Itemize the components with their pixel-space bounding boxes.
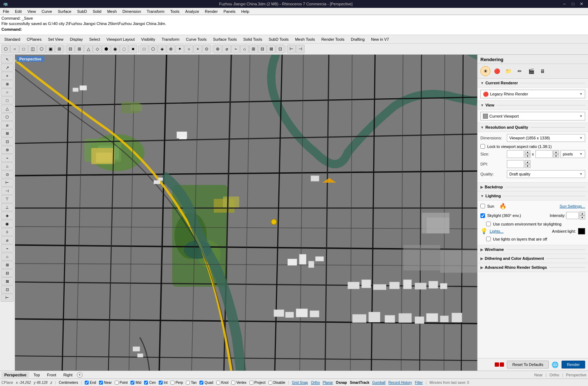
toolbar-icon-14[interactable]: ■	[129, 45, 137, 53]
tab-curve-tools[interactable]: Curve Tools	[183, 36, 209, 42]
toolbar-icon-7[interactable]: ⊟	[66, 45, 75, 53]
sidebar-tool-9[interactable]: ⊞	[1, 129, 14, 137]
renderer-dropdown[interactable]: 🔴 Legacy Rhino Render ▼	[480, 90, 585, 98]
int-label[interactable]: Int	[164, 381, 168, 385]
skylight-checkbox[interactable]	[480, 213, 485, 218]
menu-item-dimension[interactable]: Dimension	[120, 8, 144, 15]
sidebar-tool-14[interactable]: ⊙	[1, 170, 14, 178]
sidebar-tool-5[interactable]: □	[1, 96, 14, 104]
status-tab-top[interactable]: Top	[31, 372, 43, 378]
maximize-button[interactable]: □	[569, 1, 577, 6]
sidebar-tool-28[interactable]: ⊡	[1, 286, 14, 293]
toolbar-icon-23[interactable]: ⊛	[213, 45, 222, 53]
sidebar-tool-27[interactable]: ⊠	[1, 277, 14, 285]
tab-select[interactable]: Select	[87, 36, 103, 42]
toolbar-icon-31[interactable]: ⊢	[287, 45, 296, 53]
toolbar-icon-30[interactable]: ⊡	[276, 45, 285, 53]
int-checkbox[interactable]	[159, 381, 163, 385]
units-dropdown[interactable]: pixels ▼	[560, 150, 585, 158]
cen-checkbox[interactable]	[144, 381, 148, 385]
tab-render-tools[interactable]: Render Tools	[318, 36, 347, 42]
quad-label[interactable]: Quad	[204, 381, 213, 385]
toolbar-icon-12[interactable]: ◉	[111, 45, 119, 53]
tab-transform[interactable]: Transform	[159, 36, 182, 42]
dpi-down[interactable]: ▼	[525, 164, 530, 168]
sidebar-tool-17[interactable]: ⊤	[1, 195, 14, 203]
toolbar-icon-11[interactable]: ⬢	[102, 45, 110, 53]
sidebar-tool-6[interactable]: △	[1, 105, 14, 113]
sidebar-tool-23[interactable]: ⌁	[1, 244, 14, 252]
width-up[interactable]: ▲	[525, 150, 530, 154]
lights-link[interactable]: Lights...	[490, 229, 504, 233]
minimize-button[interactable]: –	[561, 1, 568, 6]
width-down[interactable]: ▼	[525, 154, 530, 158]
lock-aspect-label[interactable]: Lock to viewport aspect ratio (1.38:1)	[487, 144, 552, 149]
perp-checkbox[interactable]	[171, 381, 174, 385]
menu-item-mesh[interactable]: Mesh	[104, 8, 120, 15]
toolbar-icon-0[interactable]: ⬡	[1, 45, 10, 53]
use-lights-off-label[interactable]: Use lights on layers that are off	[493, 237, 547, 241]
vertex-checkbox[interactable]	[231, 381, 235, 385]
toolbar-icon-25[interactable]: ⌁	[231, 45, 240, 53]
lock-aspect-checkbox[interactable]	[480, 144, 485, 149]
render-sun-icon-btn[interactable]: ☀	[480, 66, 490, 76]
use-custom-env-checkbox[interactable]	[486, 222, 491, 226]
sidebar-tool-4[interactable]: ○	[1, 88, 14, 96]
sidebar-tool-12[interactable]: ⌁	[1, 154, 14, 162]
menu-item-panels[interactable]: Panels	[221, 8, 238, 15]
toolbar-icon-10[interactable]: ◇	[93, 45, 102, 53]
toolbar-icon-21[interactable]: ⌖	[193, 45, 202, 53]
wireframe-section[interactable]: ▶ Wireframe	[478, 245, 588, 254]
ortho-status[interactable]: Ortho	[311, 381, 320, 385]
project-checkbox[interactable]	[249, 381, 253, 385]
tab-set-view[interactable]: Set View	[45, 36, 66, 42]
toolbar-icon-24[interactable]: ⌀	[222, 45, 231, 53]
toolbar-icon-16[interactable]: ⬡	[149, 45, 157, 53]
gumball-status[interactable]: Gumball	[372, 381, 385, 385]
view-section[interactable]: ▼ View	[478, 101, 588, 110]
tan-checkbox[interactable]	[186, 381, 190, 385]
toolbar-icon-8[interactable]: ⊞	[75, 45, 84, 53]
near-checkbox[interactable]	[99, 381, 103, 385]
sidebar-tool-22[interactable]: ⌀	[1, 236, 14, 244]
backdrop-section[interactable]: ▶ Backdrop	[478, 183, 588, 192]
tab-solid-tools[interactable]: Solid Tools	[240, 36, 265, 42]
sun-settings-link[interactable]: Sun Settings...	[559, 204, 585, 208]
sidebar-tool-21[interactable]: ◊	[1, 228, 14, 236]
tab-subd-tools[interactable]: SubD Tools	[266, 36, 291, 42]
tab-display[interactable]: Display	[67, 36, 85, 42]
ambient-color-swatch[interactable]	[578, 228, 585, 234]
sidebar-tool-29[interactable]: ⊢	[1, 294, 14, 302]
advanced-section[interactable]: ▶ Advanced Rhino Render Settings	[478, 263, 588, 272]
planar-status[interactable]: Planar	[323, 381, 333, 385]
point-label[interactable]: Point	[120, 381, 128, 385]
dithering-section[interactable]: ▶ Dithering and Color Adjustment	[478, 254, 588, 263]
menu-item-subd[interactable]: SubD	[74, 8, 90, 15]
toolbar-icon-17[interactable]: ◈	[158, 45, 166, 53]
toolbar-icon-19[interactable]: ✦	[176, 45, 184, 53]
toolbar-icon-4[interactable]: ⬡	[37, 45, 46, 53]
menu-item-curve[interactable]: Curve	[39, 8, 55, 15]
disable-checkbox[interactable]	[268, 381, 272, 385]
grid-snap-status[interactable]: Grid Snap	[292, 381, 308, 385]
tan-label[interactable]: Tan	[191, 381, 197, 385]
sidebar-tool-11[interactable]: ⊛	[1, 146, 14, 154]
status-tab-right[interactable]: Right	[60, 372, 75, 378]
sidebar-tool-8[interactable]: ⌀	[1, 121, 14, 129]
add-viewport-button[interactable]: +	[77, 372, 83, 378]
toolbar-icon-6[interactable]: ⊞	[55, 45, 64, 53]
toolbar-icon-32[interactable]: ⊣	[296, 45, 305, 53]
toolbar-icon-28[interactable]: ⊟	[258, 45, 267, 53]
near-snap-label[interactable]: Near	[104, 381, 112, 385]
dpi-input[interactable]: 72	[507, 160, 524, 168]
menu-item-file[interactable]: File	[0, 8, 12, 15]
height-input[interactable]: 1338	[535, 150, 553, 158]
render-display-icon-btn[interactable]: 🖥	[538, 66, 548, 76]
height-down[interactable]: ▼	[553, 154, 559, 158]
smart-track-status[interactable]: SmartTrack	[350, 381, 369, 385]
sidebar-tool-18[interactable]: ⊥	[1, 203, 14, 211]
disable-label[interactable]: Disable	[273, 381, 285, 385]
mid-label[interactable]: Mid	[135, 381, 141, 385]
quad-checkbox[interactable]	[199, 381, 203, 385]
knot-checkbox[interactable]	[216, 381, 220, 385]
